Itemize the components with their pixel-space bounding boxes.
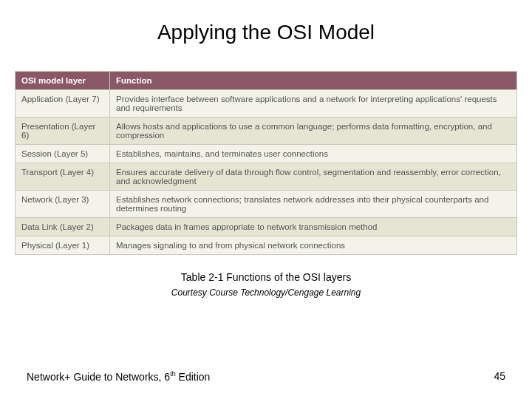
book-prefix: Network+ Guide to Networks, 6	[27, 371, 170, 383]
table-header-row: OSI model layer Function	[16, 72, 517, 90]
table-row: Data Link (Layer 2) Packages data in fra…	[16, 218, 517, 236]
header-function: Function	[110, 72, 517, 90]
page-number: 45	[494, 370, 505, 383]
courtesy-line: Courtesy Course Technology/Cengage Learn…	[0, 287, 532, 298]
cell-function: Establishes network connections; transla…	[110, 191, 517, 218]
cell-layer: Application (Layer 7)	[16, 90, 110, 117]
cell-layer: Transport (Layer 4)	[16, 163, 110, 191]
table-caption: Table 2-1 Functions of the OSI layers	[0, 271, 532, 283]
cell-function: Packages data in frames appropriate to n…	[110, 218, 517, 236]
table-row: Physical (Layer 1) Manages signaling to …	[16, 236, 517, 255]
header-layer: OSI model layer	[16, 72, 110, 90]
cell-layer: Network (Layer 3)	[16, 191, 110, 218]
cell-layer: Data Link (Layer 2)	[16, 218, 110, 236]
ordinal-suffix: th	[170, 370, 176, 378]
osi-table: OSI model layer Function Application (La…	[15, 71, 517, 255]
cell-layer: Physical (Layer 1)	[16, 236, 110, 255]
cell-layer: Presentation (Layer 6)	[16, 117, 110, 145]
cell-function: Allows hosts and applications to use a c…	[110, 117, 517, 145]
book-edition: Network+ Guide to Networks, 6th Edition	[27, 370, 210, 383]
slide-footer: Network+ Guide to Networks, 6th Edition …	[0, 370, 532, 383]
table-row: Presentation (Layer 6) Allows hosts and …	[16, 117, 517, 145]
page-title: Applying the OSI Model	[0, 21, 532, 44]
cell-layer: Session (Layer 5)	[16, 145, 110, 163]
cell-function: Provides interface between software appl…	[110, 90, 517, 117]
cell-function: Ensures accurate delivery of data throug…	[110, 163, 517, 191]
book-suffix: Edition	[176, 371, 211, 383]
table-row: Session (Layer 5) Establishes, maintains…	[16, 145, 517, 163]
cell-function: Establishes, maintains, and terminates u…	[110, 145, 517, 163]
cell-function: Manages signaling to and from physical n…	[110, 236, 517, 255]
table-row: Network (Layer 3) Establishes network co…	[16, 191, 517, 218]
table-row: Application (Layer 7) Provides interface…	[16, 90, 517, 117]
table-row: Transport (Layer 4) Ensures accurate del…	[16, 163, 517, 191]
